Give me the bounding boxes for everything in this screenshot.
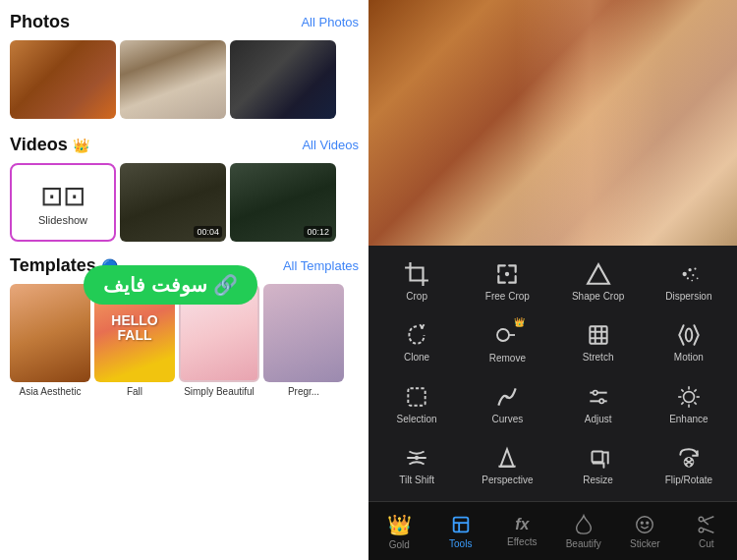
svg-point-2 bbox=[682, 272, 686, 276]
tool-adjust-label: Adjust bbox=[585, 414, 612, 424]
all-videos-link[interactable]: All Videos bbox=[302, 138, 359, 152]
photo-thumb-1[interactable] bbox=[10, 40, 116, 119]
tool-stretch[interactable]: Stretch bbox=[554, 313, 643, 373]
photo-image-1 bbox=[10, 40, 116, 119]
template-thumb-3[interactable]: Simply Beautiful bbox=[179, 284, 259, 397]
template-thumb-2[interactable]: HELLOFALL Fall bbox=[94, 284, 175, 397]
svg-point-44 bbox=[699, 517, 704, 522]
tool-selection[interactable]: Selection bbox=[372, 374, 461, 434]
svg-point-10 bbox=[497, 329, 509, 341]
image-preview bbox=[368, 0, 737, 246]
tool-curves[interactable]: Curves bbox=[463, 374, 551, 434]
tool-free-crop-label: Free Crop bbox=[485, 291, 530, 302]
tool-adjust[interactable]: Adjust bbox=[554, 374, 643, 434]
tool-dispersion[interactable]: Dispersion bbox=[645, 252, 733, 311]
svg-point-3 bbox=[688, 268, 691, 271]
templates-row: Asia Aesthetic HELLOFALL Fall Simply Bea… bbox=[10, 284, 359, 397]
svg-point-21 bbox=[593, 390, 596, 394]
svg-point-5 bbox=[694, 267, 696, 269]
templates-section: Templates 🔵 All Templates Asia Aesthetic… bbox=[10, 255, 359, 397]
all-photos-link[interactable]: All Photos bbox=[301, 15, 359, 29]
tool-remove[interactable]: 👑 Remove bbox=[463, 313, 551, 373]
nav-effects[interactable]: fx Effects bbox=[491, 516, 553, 547]
nav-tools-label: Tools bbox=[449, 538, 472, 549]
tools-grid: Crop Free Crop Shape Crop bbox=[368, 246, 737, 501]
photo-image-3 bbox=[230, 40, 336, 119]
template-label-2: Fall bbox=[94, 386, 175, 397]
svg-point-16 bbox=[686, 329, 693, 342]
tool-selection-label: Selection bbox=[397, 414, 437, 424]
video-thumb-3[interactable]: 00:12 bbox=[230, 163, 336, 242]
svg-point-8 bbox=[691, 279, 693, 281]
svg-rect-11 bbox=[590, 327, 606, 344]
tool-perspective[interactable]: Perspective bbox=[463, 436, 551, 496]
tool-clone[interactable]: Clone bbox=[372, 313, 461, 373]
tool-enhance[interactable]: Enhance bbox=[645, 374, 733, 434]
nav-effects-label: Effects bbox=[507, 536, 537, 547]
videos-section-header: Videos 👑 All Videos bbox=[10, 135, 359, 155]
svg-point-23 bbox=[683, 391, 694, 402]
left-panel: Photos All Photos Videos 👑 All Videos ⊡⊡… bbox=[0, 0, 368, 560]
template-image-4 bbox=[263, 284, 344, 382]
videos-title: Videos 👑 bbox=[10, 135, 89, 155]
svg-point-4 bbox=[692, 274, 694, 276]
templates-section-header: Templates 🔵 All Templates bbox=[10, 255, 359, 276]
photo-thumb-2[interactable] bbox=[120, 40, 226, 119]
template-thumb-1[interactable]: Asia Aesthetic bbox=[10, 284, 90, 397]
videos-section: Videos 👑 All Videos ⊡⊡ Slideshow 00:04 0… bbox=[10, 135, 359, 242]
template-label-3: Simply Beautiful bbox=[179, 386, 259, 397]
slideshow-thumb[interactable]: ⊡⊡ Slideshow bbox=[10, 163, 116, 242]
bottom-nav: 👑 Gold Tools fx Effects Beautify bbox=[368, 501, 737, 560]
nav-gold-label: Gold bbox=[389, 539, 410, 550]
videos-row: ⊡⊡ Slideshow 00:04 00:12 bbox=[10, 163, 359, 242]
nav-cut-label: Cut bbox=[699, 538, 714, 549]
svg-point-7 bbox=[697, 277, 699, 279]
nav-cut[interactable]: Cut bbox=[676, 514, 738, 549]
tool-dispersion-label: Dispersion bbox=[665, 291, 711, 302]
svg-line-28 bbox=[681, 389, 683, 391]
tool-flip-rotate[interactable]: Flip/Rotate bbox=[645, 436, 733, 496]
slideshow-label: Slideshow bbox=[38, 214, 87, 226]
tool-motion-label: Motion bbox=[674, 352, 704, 363]
template-thumb-4[interactable]: Pregr... bbox=[263, 284, 344, 397]
svg-line-29 bbox=[694, 402, 696, 404]
tool-resize[interactable]: Resize bbox=[554, 436, 643, 496]
tool-tilt-shift-label: Tilt Shift bbox=[399, 475, 434, 485]
video-thumb-2[interactable]: 00:04 bbox=[120, 163, 226, 242]
photos-title: Photos bbox=[10, 12, 70, 32]
tool-enhance-label: Enhance bbox=[669, 414, 708, 424]
tool-crop[interactable]: Crop bbox=[372, 252, 461, 311]
video-badge-2: 00:04 bbox=[194, 226, 222, 238]
nav-gold[interactable]: 👑 Gold bbox=[368, 513, 430, 550]
svg-line-46 bbox=[704, 516, 714, 520]
svg-rect-38 bbox=[453, 517, 468, 532]
nav-tools[interactable]: Tools bbox=[430, 514, 492, 549]
tool-free-crop[interactable]: Free Crop bbox=[463, 252, 551, 311]
photos-row bbox=[10, 40, 359, 119]
tool-resize-label: Resize bbox=[583, 475, 613, 485]
tool-shape-crop[interactable]: Shape Crop bbox=[554, 252, 643, 311]
svg-line-31 bbox=[681, 402, 683, 404]
svg-point-0 bbox=[505, 272, 509, 276]
tool-flip-rotate-label: Flip/Rotate bbox=[665, 475, 712, 485]
tool-tilt-shift[interactable]: Tilt Shift bbox=[372, 436, 461, 496]
svg-point-43 bbox=[647, 522, 649, 524]
tool-crop-label: Crop bbox=[406, 291, 427, 302]
template-image-2: HELLOFALL bbox=[94, 284, 175, 382]
svg-point-6 bbox=[687, 277, 689, 279]
tool-motion[interactable]: Motion bbox=[645, 313, 733, 373]
svg-marker-1 bbox=[588, 264, 609, 284]
svg-line-30 bbox=[694, 389, 696, 391]
nav-beautify-label: Beautify bbox=[566, 538, 601, 549]
svg-rect-17 bbox=[408, 388, 425, 405]
nav-sticker[interactable]: Sticker bbox=[614, 514, 676, 549]
svg-point-45 bbox=[699, 528, 704, 532]
svg-line-47 bbox=[704, 529, 714, 532]
nav-beautify[interactable]: Beautify bbox=[553, 514, 615, 549]
all-templates-link[interactable]: All Templates bbox=[283, 258, 359, 273]
photo-thumb-3[interactable] bbox=[230, 40, 336, 119]
tool-shape-crop-label: Shape Crop bbox=[572, 291, 624, 302]
crown-icon: 👑 bbox=[73, 138, 89, 153]
svg-point-9 bbox=[422, 327, 423, 328]
sticker-icon bbox=[634, 514, 655, 535]
